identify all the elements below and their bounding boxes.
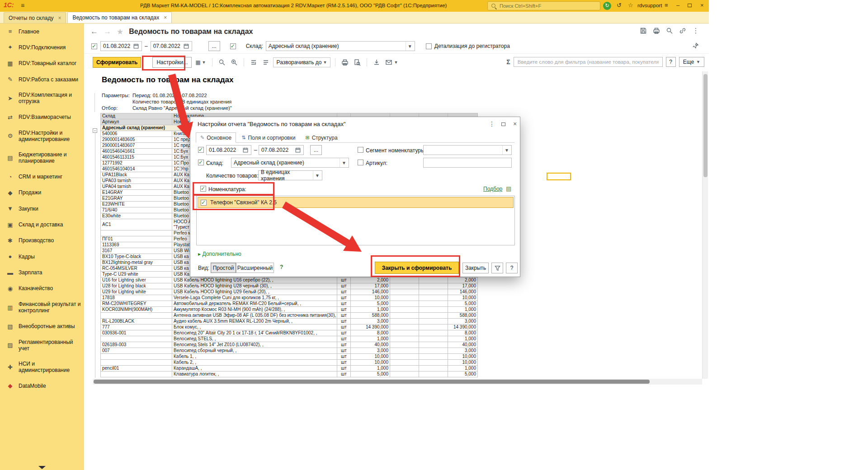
- warehouse-combo[interactable]: Адресный склад (хранение) ▼: [266, 41, 415, 51]
- sidebar-item[interactable]: ◆ Продажи: [0, 185, 84, 201]
- sidebar-item[interactable]: ▧ Внеоборотные активы: [0, 319, 84, 334]
- tab-close-icon[interactable]: ×: [164, 14, 167, 21]
- dialog-tab[interactable]: ⊞ Структура: [301, 132, 342, 143]
- sidebar-item[interactable]: ⚙ RDV:Настройки и администрирование: [0, 125, 84, 147]
- chevron-down-icon[interactable]: ▼: [502, 146, 509, 155]
- chevron-down-icon[interactable]: ▼: [406, 42, 412, 51]
- print-preview-icon[interactable]: [352, 57, 362, 67]
- sidebar-item[interactable]: ● Кадры: [0, 249, 84, 264]
- date-from-field[interactable]: 01.08.2022: [100, 41, 142, 51]
- sidebar-item[interactable]: ▼ Закупки: [0, 201, 84, 216]
- article-checkbox[interactable]: [358, 160, 363, 165]
- more-icon[interactable]: ⋮: [691, 26, 700, 35]
- dialog-tab[interactable]: ⇅ Поля и сортировки: [237, 132, 300, 143]
- sidebar-item[interactable]: ✎ RDV:Работа с заказами: [0, 71, 84, 87]
- list-item-checkbox[interactable]: [201, 200, 207, 206]
- group-collapse-icon[interactable]: [93, 128, 97, 133]
- history-icon[interactable]: ↺: [617, 2, 622, 9]
- sidebar-item[interactable]: ▦ RDV:Товарный каталог: [0, 56, 84, 71]
- save-report-icon[interactable]: [372, 57, 382, 67]
- tab-close-icon[interactable]: ×: [58, 15, 61, 21]
- sum-icon[interactable]: Σ: [506, 58, 510, 66]
- sidebar-item[interactable]: ≡ Главное: [0, 24, 84, 39]
- pin-icon[interactable]: [692, 42, 699, 50]
- sidebar-item[interactable]: ⇄ RDV:Взаиморасчеты: [0, 109, 84, 125]
- sidebar-item[interactable]: ◆ DataMobile: [0, 378, 84, 394]
- link-icon[interactable]: [678, 26, 687, 35]
- dialog-maximize-icon[interactable]: [501, 120, 505, 127]
- maximize-button[interactable]: [688, 2, 692, 9]
- detail-checkbox[interactable]: [426, 43, 432, 49]
- print-icon[interactable]: [652, 26, 661, 35]
- period-options-button[interactable]: ...: [208, 41, 220, 51]
- segment-checkbox[interactable]: [358, 147, 363, 153]
- chevron-down-icon[interactable]: ▼: [313, 171, 320, 180]
- period-checkbox[interactable]: [91, 43, 97, 49]
- window-tab[interactable]: Отчеты по складу ×: [4, 12, 66, 23]
- close-and-generate-button[interactable]: Закрыть и сформировать: [375, 262, 459, 274]
- dialog-warehouse-checkbox[interactable]: [198, 160, 204, 165]
- user-menu-icon[interactable]: ≡: [665, 2, 668, 9]
- dialog-tab[interactable]: ✎ Основное: [196, 132, 236, 143]
- support-icon[interactable]: ↻: [603, 2, 611, 10]
- favorite-star-icon[interactable]: ★: [117, 27, 123, 37]
- chevron-down-icon[interactable]: ▼: [340, 158, 346, 167]
- sidebar-item[interactable]: ▨ Регламентированный учет: [0, 334, 84, 356]
- close-button[interactable]: ×: [700, 2, 704, 9]
- dialog-period-options-button[interactable]: ...: [310, 145, 322, 155]
- generate-button[interactable]: Сформировать: [93, 57, 141, 68]
- forward-button[interactable]: →: [104, 27, 111, 36]
- favorites-star-icon[interactable]: ☆: [628, 2, 633, 9]
- sidebar-item[interactable]: ◉ Казначейство: [0, 281, 84, 296]
- sidebar-scroll-more[interactable]: [0, 466, 84, 469]
- sidebar-item[interactable]: ▣ Склад и доставка: [0, 217, 84, 233]
- window-tab[interactable]: Ведомость по товарам на складах ×: [67, 12, 172, 23]
- report-variants-button[interactable]: ▦▼: [194, 57, 207, 67]
- warehouse-checkbox[interactable]: [230, 43, 236, 49]
- horizontal-scrollbar[interactable]: [93, 379, 702, 385]
- segment-combo[interactable]: ▼: [423, 145, 512, 155]
- search-next-button[interactable]: [229, 57, 239, 67]
- sidebar-item[interactable]: ◔ CRM и маркетинг: [0, 169, 84, 185]
- dialog-date-from-field[interactable]: 01.08.2022: [206, 145, 251, 155]
- dialog-close-button[interactable]: Закрыть: [462, 263, 489, 273]
- sidebar-item[interactable]: ✚ НСИ и администрирование: [0, 356, 84, 378]
- view-extended-button[interactable]: Расширенный: [236, 263, 274, 273]
- dialog-date-to-field[interactable]: 07.08.2022: [259, 145, 304, 155]
- global-search-input[interactable]: Поиск Ctrl+Shift+F: [487, 1, 600, 10]
- dialog-close-icon[interactable]: ×: [513, 120, 517, 127]
- help-button[interactable]: ?: [666, 57, 676, 67]
- view-help-icon[interactable]: ?: [280, 264, 283, 270]
- send-mail-icon[interactable]: ▼: [384, 57, 399, 67]
- find-icon[interactable]: [665, 26, 674, 35]
- nomenclature-list-item[interactable]: Телефон "Связной" КА 2.5: [198, 197, 514, 208]
- view-simple-button[interactable]: Простой: [211, 263, 236, 273]
- quick-filter-input[interactable]: [514, 57, 663, 67]
- pick-link[interactable]: Подбор: [483, 186, 502, 192]
- expand-to-dropdown[interactable]: Разворачивать до▼: [273, 57, 331, 67]
- scrollbar-thumb[interactable]: [703, 74, 708, 177]
- dialog-help-button[interactable]: ?: [506, 263, 518, 273]
- back-button[interactable]: ←: [90, 27, 98, 36]
- main-menu-icon[interactable]: ≡: [21, 2, 24, 9]
- settings-button[interactable]: Настройки...: [152, 57, 192, 68]
- additional-section-toggle[interactable]: ▸ Дополнительно: [198, 251, 241, 257]
- nomenclature-list[interactable]: Телефон "Связной" КА 2.5: [196, 196, 515, 245]
- collapse-groups-icon[interactable]: [249, 57, 259, 67]
- nomenclature-checkbox[interactable]: [200, 186, 206, 192]
- quantity-combo[interactable]: В единицах хранения ▼: [258, 170, 322, 180]
- expand-groups-icon[interactable]: [261, 57, 271, 67]
- minimize-button[interactable]: –: [676, 2, 679, 9]
- sidebar-item[interactable]: ▬ Зарплата: [0, 265, 84, 281]
- search-in-report-button[interactable]: [217, 57, 227, 67]
- more-button[interactable]: Еще▼: [679, 57, 704, 67]
- dialog-more-icon[interactable]: ⋮: [489, 120, 495, 127]
- date-to-field[interactable]: 07.08.2022: [151, 41, 192, 51]
- filter-settings-button[interactable]: [491, 263, 503, 273]
- sidebar-item[interactable]: ✱ Производство: [0, 233, 84, 249]
- current-user[interactable]: rdvsupport: [637, 3, 662, 8]
- sidebar-item[interactable]: ✦ RDV:Подключения: [0, 39, 84, 55]
- sidebar-item[interactable]: ▤ Бюджетирование и планирование: [0, 147, 84, 169]
- scrollbar-thumb[interactable]: [94, 380, 650, 384]
- article-input[interactable]: [423, 158, 512, 168]
